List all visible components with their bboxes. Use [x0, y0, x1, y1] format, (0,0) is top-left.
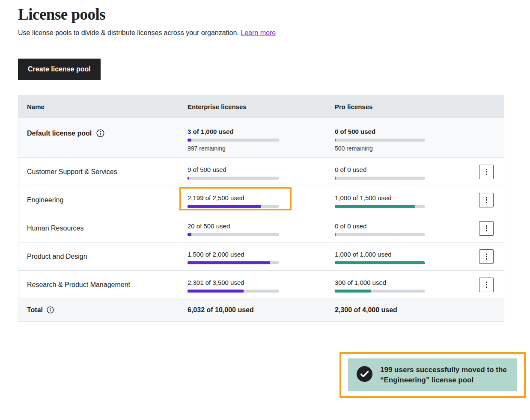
pro-usage-bar-fill	[335, 139, 336, 142]
table-header-row: Name Enterprise licenses Pro licenses	[18, 95, 504, 118]
table-row-human-resources: Human Resources 20 of 500 used 0 of 0 us…	[18, 214, 504, 242]
total-pro-used: 2,300 of 4,000 used	[335, 306, 476, 314]
enterprise-usage-bar	[188, 233, 279, 236]
pro-usage-label: 0 of 0 used	[335, 166, 476, 173]
enterprise-usage-bar-fill	[188, 233, 191, 236]
table-row-default-license-pool: Default license pool 3 of 1,000 used 997…	[18, 118, 504, 157]
pro-usage-bar	[335, 177, 425, 180]
enterprise-usage-bar-fill	[188, 139, 191, 142]
pro-remaining-label: 500 remaining	[335, 145, 476, 152]
pool-name: Customer Support & Services	[27, 168, 117, 176]
pool-name: Engineering	[27, 196, 63, 204]
check-circle-icon	[357, 366, 372, 384]
info-icon[interactable]	[47, 306, 54, 314]
learn-more-link[interactable]: Learn more	[241, 29, 276, 36]
pro-usage-bar	[335, 290, 425, 293]
column-header-pro-licenses: Pro licenses	[335, 103, 476, 110]
enterprise-usage-label: 2,301 of 3,500 used	[188, 279, 335, 286]
kebab-icon	[486, 281, 487, 289]
enterprise-usage-bar-fill	[188, 290, 244, 293]
pro-usage-bar-fill	[335, 261, 425, 264]
pro-usage-label: 300 of 1,000 used	[335, 279, 476, 286]
kebab-icon	[486, 168, 487, 176]
license-pools-table: Name Enterprise licenses Pro licenses De…	[18, 95, 504, 322]
row-menu-button[interactable]	[479, 165, 494, 179]
row-menu-button[interactable]	[479, 221, 494, 236]
enterprise-usage-label: 1,500 of 2,000 used	[188, 251, 335, 258]
pro-usage-label: 1,000 of 1,500 used	[335, 194, 476, 201]
highlight-box-toast: 199 users successfully moved to the “Eng…	[339, 352, 526, 398]
pool-name: Product and Design	[27, 253, 87, 260]
enterprise-usage-bar	[188, 290, 279, 293]
pro-usage-bar	[335, 139, 425, 142]
enterprise-usage-label: 2,199 of 2,500 used	[188, 194, 335, 201]
kebab-icon	[486, 196, 487, 204]
pro-usage-bar-fill	[335, 233, 336, 236]
enterprise-usage-bar	[188, 177, 279, 180]
pro-usage-label: 1,000 of 1,000 used	[335, 251, 476, 258]
pro-usage-bar-fill	[335, 177, 336, 180]
column-header-name: Name	[18, 103, 188, 110]
info-icon[interactable]	[96, 129, 104, 137]
pool-name: Default license pool	[27, 130, 92, 137]
page-subtitle: Use license pools to divide & distribute…	[18, 29, 512, 37]
pro-usage-bar	[335, 233, 425, 236]
pool-name: Human Resources	[27, 225, 84, 232]
table-row-research-product-management: Research & Product Management 2,301 of 3…	[18, 270, 504, 299]
success-toast: 199 users successfully moved to the “Eng…	[348, 358, 517, 391]
enterprise-usage-bar-fill	[188, 177, 189, 180]
row-menu-button[interactable]	[479, 249, 494, 264]
enterprise-usage-label: 9 of 500 used	[188, 166, 335, 173]
enterprise-usage-bar	[188, 261, 279, 264]
enterprise-usage-bar	[188, 205, 279, 208]
enterprise-remaining-label: 997 remaining	[188, 145, 335, 152]
pro-usage-label: 0 of 0 used	[335, 222, 476, 230]
subtitle-text: Use license pools to divide & distribute…	[18, 29, 239, 36]
table-row-customer-support-services: Customer Support & Services 9 of 500 use…	[18, 157, 504, 186]
license-pools-page: License pools Use license pools to divid…	[0, 0, 530, 322]
table-row-product-and-design: Product and Design 1,500 of 2,000 used 1…	[18, 242, 504, 270]
enterprise-usage-label: 20 of 500 used	[188, 222, 335, 230]
pro-usage-bar-fill	[335, 205, 415, 208]
kebab-icon	[486, 224, 487, 232]
total-enterprise-used: 6,032 of 10,000 used	[188, 306, 335, 314]
enterprise-usage-label: 3 of 1,000 used	[188, 128, 335, 135]
enterprise-usage-bar	[188, 139, 279, 142]
table-row-engineering: Engineering 2,199 of 2,500 used 1,000 of…	[18, 186, 504, 214]
page-title: License pools	[18, 5, 512, 24]
column-header-enterprise-licenses: Enterprise licenses	[188, 103, 335, 110]
row-menu-button[interactable]	[479, 193, 494, 207]
pro-usage-bar-fill	[335, 290, 371, 293]
table-row-total: Total 6,032 of 10,000 used 2,300 of 4,00…	[18, 299, 504, 321]
row-menu-button[interactable]	[479, 278, 494, 292]
create-license-pool-button[interactable]: Create license pool	[18, 59, 101, 80]
kebab-icon	[486, 252, 487, 260]
pro-usage-bar	[335, 261, 425, 264]
enterprise-usage-bar-fill	[188, 261, 270, 264]
pro-usage-label: 0 of 500 used	[335, 128, 476, 135]
enterprise-usage-bar-fill	[188, 205, 261, 208]
pool-name: Research & Product Management	[27, 281, 130, 289]
toast-message: 199 users successfully moved to the “Eng…	[380, 365, 509, 385]
total-label: Total	[27, 306, 43, 314]
pro-usage-bar	[335, 205, 425, 208]
